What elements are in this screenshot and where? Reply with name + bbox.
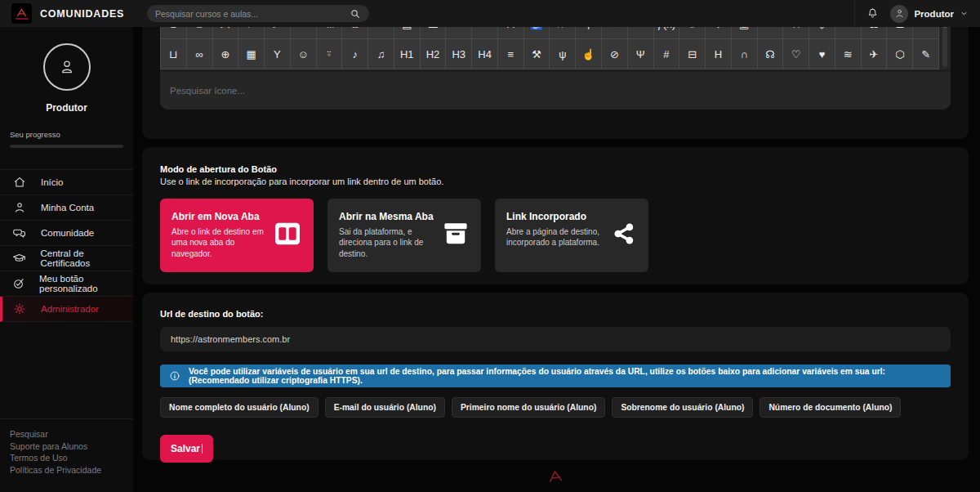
frog-icon[interactable]: ◔ (602, 27, 627, 38)
fireplace-icon[interactable]: ⌂ (187, 27, 212, 38)
face-frown-icon[interactable]: ⍨ (628, 27, 653, 38)
flashlight-icon[interactable]: ▭ (291, 27, 316, 38)
burger-icon[interactable]: ≡ (498, 39, 523, 69)
fan-icon[interactable]: ☸ (706, 27, 731, 38)
face-grin-icon[interactable]: ☺ (291, 39, 316, 69)
sidebar-item-administrador[interactable]: Administrador (0, 297, 133, 322)
open-mode-card-3[interactable]: Link IncorporadoAbre a página de destino… (495, 199, 648, 272)
ghost-icon[interactable]: Ω (862, 27, 887, 38)
guitars-icon[interactable]: ♫ (368, 39, 394, 69)
save-button[interactable]: Salvar (160, 435, 213, 463)
gifts-icon[interactable]: ⧈ (913, 27, 938, 38)
flask-icon[interactable]: ⚗ (317, 27, 342, 38)
heading-2-icon[interactable]: H2 (421, 39, 446, 69)
sidebar-item-minha-conta[interactable]: Minha Conta (0, 195, 133, 221)
martini-glass-icon[interactable]: Y (265, 39, 290, 69)
food-cover-icon[interactable]: ☁ (421, 27, 446, 38)
open-mode-section: Modo de abertura do Botão Use o link de … (142, 147, 969, 284)
sidebar-item-meu-botao-personalizado[interactable]: Meu botão personalizado (0, 271, 133, 297)
heading-4-icon[interactable]: H4 (472, 39, 497, 69)
vents-icon[interactable]: ≋ (835, 39, 861, 69)
global-search[interactable] (147, 5, 369, 22)
hamsa-icon[interactable]: ψ (550, 39, 575, 69)
icon-grid: ◫◎⚘▭⌻◡✣◻◠≂♒▭⌓♁⚕↞⋒▢⍥♩▥≈▨⚲☂□∨◉♬❃♨⌂⋈⚑☄▭⚗❀⍢▤… (160, 27, 939, 69)
fish-icon[interactable]: ⋈ (213, 27, 238, 38)
hammer-icon[interactable]: ⚒ (524, 39, 550, 69)
variable-chip[interactable]: Sobrenome do usuário (Aluno) (612, 397, 753, 418)
film-reel-icon[interactable]: ✺ (679, 27, 705, 38)
fire-icon[interactable]: ♨ (161, 27, 186, 38)
face-angry-icon[interactable]: ⍢ (368, 27, 394, 38)
hard-drive-icon[interactable]: ⊟ (679, 39, 705, 69)
garage-icon[interactable]: ⎍ (758, 27, 783, 38)
profile-avatar[interactable] (43, 43, 91, 91)
headset-icon[interactable]: ☊ (758, 39, 783, 69)
glasses-icon[interactable]: ∞ (187, 39, 212, 69)
guitar-icon[interactable]: ♪ (342, 39, 368, 69)
gavel-icon[interactable]: ⚒ (783, 27, 808, 38)
hexagon-icon[interactable]: ⬡ (887, 39, 912, 69)
variable-chip[interactable]: Nome completo do usuário (Aluno) (160, 397, 318, 418)
variable-chip[interactable]: Número de documento (Aluno) (760, 397, 901, 418)
sidebar-item-inicio[interactable]: Início (0, 170, 133, 195)
gamepad-icon[interactable]: ▣ (732, 27, 757, 38)
gopuram-icon[interactable]: ▦ (238, 39, 264, 69)
open-mode-card-1[interactable]: Abrir em Nova AbaAbre o link de destino … (160, 199, 314, 272)
global-search-input[interactable] (155, 9, 350, 19)
glass-straw-icon[interactable]: ⚲ (576, 27, 601, 38)
forward-icon[interactable]: ≫ (550, 27, 575, 38)
heading-icon[interactable]: H (706, 39, 731, 69)
app-title: COMUNIDADES (40, 8, 124, 20)
user-name: Produtor (914, 9, 954, 19)
hashtag-icon[interactable]: # (654, 39, 679, 69)
chevron-down-icon (960, 9, 969, 18)
profile-name: Produtor (0, 102, 133, 114)
gift-icon[interactable]: ⊞ (887, 27, 912, 38)
main-content: ◫◎⚘▭⌻◡✣◻◠≂♒▭⌓♁⚕↞⋒▢⍥♩▥≈▨⚲☂□∨◉♬❃♨⌂⋈⚑☄▭⚗❀⍢▤… (133, 27, 980, 492)
home-icon (12, 176, 27, 189)
globe-icon[interactable]: ⊕ (213, 39, 238, 69)
footer-link[interactable]: Termos de Uso (10, 452, 123, 464)
icon-grid-scrollbar-thumb[interactable] (942, 27, 947, 28)
flag-icon[interactable]: ⚑ (238, 27, 264, 38)
variable-chip[interactable]: E-mail do usuário (Aluno) (325, 397, 445, 418)
glass-icon[interactable]: ⊔ (161, 39, 186, 69)
sidebar-item-label: Meu botão personalizado (39, 274, 133, 293)
footer-link[interactable]: Políticas de Privacidade (10, 464, 123, 476)
heading-1-icon[interactable]: H1 (394, 39, 420, 69)
progress-bar (10, 145, 123, 148)
gem-icon[interactable]: ◈ (809, 27, 835, 38)
sidebar-item-comunidade[interactable]: Comunidade (0, 221, 133, 246)
open-mode-card-2[interactable]: Abrir na Mesma AbaSai da plataforma, e d… (327, 199, 481, 272)
font-icon[interactable]: A (498, 27, 523, 38)
hand-icon[interactable]: ☝ (576, 39, 601, 69)
eye-low-vision-icon[interactable]: ⊘ (602, 39, 627, 69)
sidebar-item-central-de-certificados[interactable]: Central de Certificados (0, 246, 133, 271)
folder-icon[interactable]: ▱ (446, 27, 471, 38)
ruler-icon[interactable]: ▤ (394, 27, 420, 38)
menorah-icon[interactable]: Ψ (628, 39, 653, 69)
helicopter-icon[interactable]: ✈ (862, 39, 887, 69)
icon-search-input[interactable] (160, 72, 951, 110)
function-icon[interactable]: ƒ(x) (654, 27, 679, 38)
variable-chip[interactable]: Primeiro nome do usuário (Aluno) (452, 397, 605, 418)
heart-icon[interactable]: ♡ (783, 39, 808, 69)
footer-link[interactable]: Pesquisar (10, 428, 123, 441)
highlighter-icon[interactable]: ✎ (913, 39, 938, 69)
url-input[interactable] (160, 327, 951, 351)
bell-icon[interactable] (866, 7, 879, 20)
heart-pulse-icon[interactable]: ♥ (809, 39, 835, 69)
sidebar-footer: PesquisarSuporte para AlunosTermos de Us… (0, 418, 133, 492)
search-icon (350, 8, 361, 20)
dolly-icon[interactable]: ♿ (524, 27, 550, 38)
headphones-icon[interactable]: ∩ (732, 39, 757, 69)
user-menu[interactable]: Produtor (890, 5, 969, 23)
footer-link[interactable]: Suporte para Alunos (10, 441, 123, 453)
heading-3-icon[interactable]: H3 (446, 39, 471, 69)
sidebar-item-label: Administrador (41, 304, 99, 314)
flower-icon[interactable]: ❀ (342, 27, 368, 38)
circle-icon[interactable]: ○ (835, 27, 861, 38)
face-smile-icon[interactable]: ⍤ (317, 39, 342, 69)
folder-open-icon[interactable]: ⧉ (472, 27, 497, 38)
fire-flame-icon[interactable]: ☄ (265, 27, 290, 38)
